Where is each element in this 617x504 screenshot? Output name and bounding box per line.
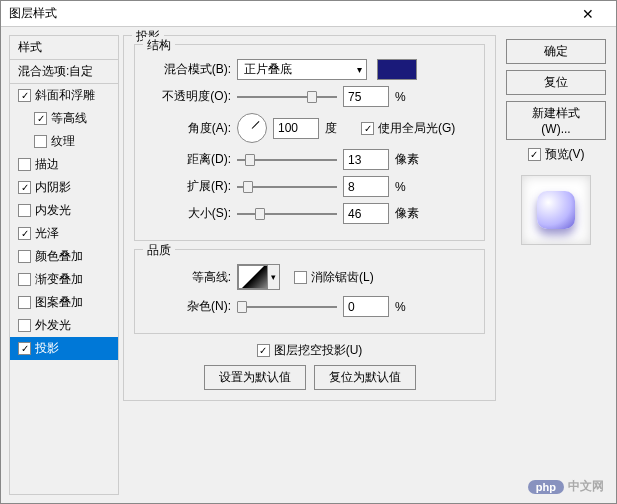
style-item-label: 图案叠加 bbox=[35, 294, 83, 311]
checkbox-icon bbox=[528, 148, 541, 161]
noise-unit: % bbox=[395, 300, 425, 314]
checkbox-icon bbox=[294, 271, 307, 284]
reset-button[interactable]: 复位 bbox=[506, 70, 606, 95]
knockout-label: 图层挖空投影(U) bbox=[274, 342, 363, 359]
style-item-label: 投影 bbox=[35, 340, 59, 357]
spread-unit: % bbox=[395, 180, 425, 194]
distance-input[interactable] bbox=[343, 149, 389, 170]
preview-check[interactable]: 预览(V) bbox=[528, 146, 585, 163]
layer-style-dialog: 图层样式 ✕ 样式 混合选项:自定 斜面和浮雕等高线纹理描边内阴影内发光光泽颜色… bbox=[0, 0, 617, 504]
checkbox-icon bbox=[34, 135, 47, 148]
chevron-down-icon: ▾ bbox=[357, 64, 362, 75]
style-item-label: 光泽 bbox=[35, 225, 59, 242]
noise-label: 杂色(N): bbox=[145, 298, 231, 315]
spread-input[interactable] bbox=[343, 176, 389, 197]
spread-slider[interactable] bbox=[237, 179, 337, 195]
styles-list: 斜面和浮雕等高线纹理描边内阴影内发光光泽颜色叠加渐变叠加图案叠加外发光投影 bbox=[9, 84, 119, 495]
style-item-label: 内发光 bbox=[35, 202, 71, 219]
settings-panel: 投影 结构 混合模式(B): 正片叠底 ▾ 不透明度(O): bbox=[123, 35, 496, 495]
style-item[interactable]: 外发光 bbox=[10, 314, 118, 337]
preview-box bbox=[521, 175, 591, 245]
opacity-unit: % bbox=[395, 90, 425, 104]
style-item-label: 外发光 bbox=[35, 317, 71, 334]
blending-options-item[interactable]: 混合选项:自定 bbox=[9, 60, 119, 84]
window-title: 图层样式 bbox=[9, 5, 57, 22]
ok-button[interactable]: 确定 bbox=[506, 39, 606, 64]
preview-shape-icon bbox=[537, 191, 575, 229]
style-item[interactable]: 颜色叠加 bbox=[10, 245, 118, 268]
style-item-label: 斜面和浮雕 bbox=[35, 87, 95, 104]
size-unit: 像素 bbox=[395, 205, 425, 222]
checkbox-icon bbox=[18, 250, 31, 263]
style-item[interactable]: 图案叠加 bbox=[10, 291, 118, 314]
style-item[interactable]: 渐变叠加 bbox=[10, 268, 118, 291]
contour-label: 等高线: bbox=[145, 269, 231, 286]
size-label: 大小(S): bbox=[145, 205, 231, 222]
distance-label: 距离(D): bbox=[145, 151, 231, 168]
checkbox-icon bbox=[18, 227, 31, 240]
styles-panel: 样式 混合选项:自定 斜面和浮雕等高线纹理描边内阴影内发光光泽颜色叠加渐变叠加图… bbox=[9, 35, 119, 495]
spread-label: 扩展(R): bbox=[145, 178, 231, 195]
structure-fieldset: 结构 混合模式(B): 正片叠底 ▾ 不透明度(O): % bbox=[134, 44, 485, 241]
contour-swatch-icon bbox=[238, 265, 268, 289]
quality-fieldset: 品质 等高线: ▾ 消除锯齿(L) 杂色(N): bbox=[134, 249, 485, 334]
contour-picker[interactable]: ▾ bbox=[237, 264, 280, 290]
angle-dial[interactable] bbox=[237, 113, 267, 143]
checkbox-icon bbox=[18, 158, 31, 171]
antialias-check[interactable]: 消除锯齿(L) bbox=[294, 269, 374, 286]
style-item[interactable]: 等高线 bbox=[10, 107, 118, 130]
checkbox-icon bbox=[18, 181, 31, 194]
blend-mode-value: 正片叠底 bbox=[244, 61, 292, 78]
dialog-body: 样式 混合选项:自定 斜面和浮雕等高线纹理描边内阴影内发光光泽颜色叠加渐变叠加图… bbox=[1, 27, 616, 503]
checkbox-icon bbox=[18, 89, 31, 102]
style-item-label: 渐变叠加 bbox=[35, 271, 83, 288]
noise-slider[interactable] bbox=[237, 299, 337, 315]
style-item-label: 纹理 bbox=[51, 133, 75, 150]
size-slider[interactable] bbox=[237, 206, 337, 222]
styles-header[interactable]: 样式 bbox=[9, 35, 119, 60]
style-item[interactable]: 内阴影 bbox=[10, 176, 118, 199]
style-item-label: 颜色叠加 bbox=[35, 248, 83, 265]
global-light-check[interactable]: 使用全局光(G) bbox=[361, 120, 455, 137]
style-item-label: 等高线 bbox=[51, 110, 87, 127]
angle-input[interactable] bbox=[273, 118, 319, 139]
style-item[interactable]: 内发光 bbox=[10, 199, 118, 222]
blend-mode-label: 混合模式(B): bbox=[145, 61, 231, 78]
style-item-label: 描边 bbox=[35, 156, 59, 173]
checkbox-icon bbox=[34, 112, 47, 125]
style-item-label: 内阴影 bbox=[35, 179, 71, 196]
noise-input[interactable] bbox=[343, 296, 389, 317]
style-item[interactable]: 描边 bbox=[10, 153, 118, 176]
chevron-down-icon: ▾ bbox=[268, 272, 279, 282]
actions-panel: 确定 复位 新建样式(W)... 预览(V) bbox=[500, 35, 612, 495]
titlebar[interactable]: 图层样式 ✕ bbox=[1, 1, 616, 27]
size-input[interactable] bbox=[343, 203, 389, 224]
style-item[interactable]: 斜面和浮雕 bbox=[10, 84, 118, 107]
opacity-input[interactable] bbox=[343, 86, 389, 107]
reset-default-button[interactable]: 复位为默认值 bbox=[314, 365, 416, 390]
checkbox-icon bbox=[18, 319, 31, 332]
checkbox-icon bbox=[18, 296, 31, 309]
opacity-slider[interactable] bbox=[237, 89, 337, 105]
style-item[interactable]: 光泽 bbox=[10, 222, 118, 245]
global-light-label: 使用全局光(G) bbox=[378, 120, 455, 137]
style-item[interactable]: 纹理 bbox=[10, 130, 118, 153]
new-style-button[interactable]: 新建样式(W)... bbox=[506, 101, 606, 140]
antialias-label: 消除锯齿(L) bbox=[311, 269, 374, 286]
checkbox-icon bbox=[18, 273, 31, 286]
checkbox-icon bbox=[18, 204, 31, 217]
checkbox-icon bbox=[361, 122, 374, 135]
shadow-color-swatch[interactable] bbox=[377, 59, 417, 80]
distance-slider[interactable] bbox=[237, 152, 337, 168]
preview-label: 预览(V) bbox=[545, 146, 585, 163]
style-item[interactable]: 投影 bbox=[10, 337, 118, 360]
structure-legend: 结构 bbox=[143, 37, 175, 54]
quality-legend: 品质 bbox=[143, 242, 175, 259]
knockout-check[interactable]: 图层挖空投影(U) bbox=[257, 342, 363, 359]
set-default-button[interactable]: 设置为默认值 bbox=[204, 365, 306, 390]
angle-unit: 度 bbox=[325, 120, 355, 137]
blend-mode-combo[interactable]: 正片叠底 ▾ bbox=[237, 59, 367, 80]
angle-label: 角度(A): bbox=[145, 120, 231, 137]
panel-fieldset: 投影 结构 混合模式(B): 正片叠底 ▾ 不透明度(O): bbox=[123, 35, 496, 401]
close-icon[interactable]: ✕ bbox=[568, 6, 608, 22]
